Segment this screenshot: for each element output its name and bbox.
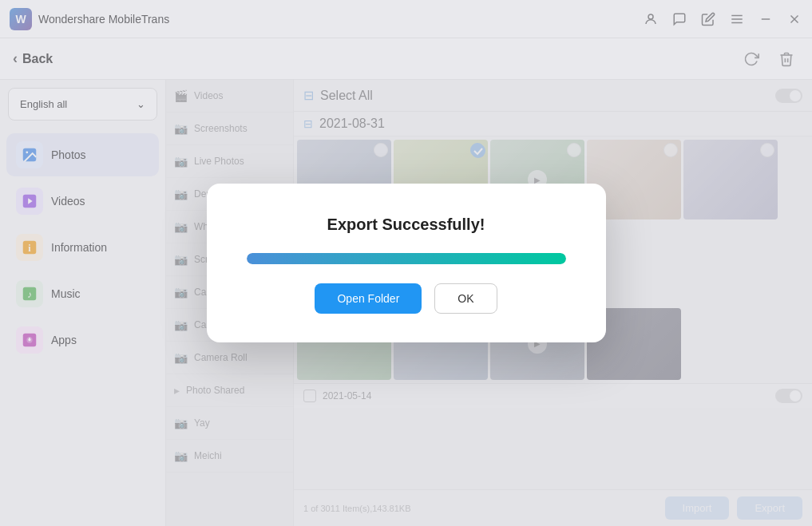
- export-success-modal: Export Successfully! Open Folder OK: [207, 184, 606, 342]
- modal-overlay: Export Successfully! Open Folder OK: [0, 0, 812, 526]
- modal-title: Export Successfully!: [327, 216, 485, 234]
- progress-bar-fill: [247, 253, 566, 264]
- ok-button[interactable]: OK: [434, 283, 497, 314]
- open-folder-button[interactable]: Open Folder: [315, 283, 422, 314]
- progress-bar-container: [247, 253, 566, 264]
- modal-buttons: Open Folder OK: [315, 283, 497, 314]
